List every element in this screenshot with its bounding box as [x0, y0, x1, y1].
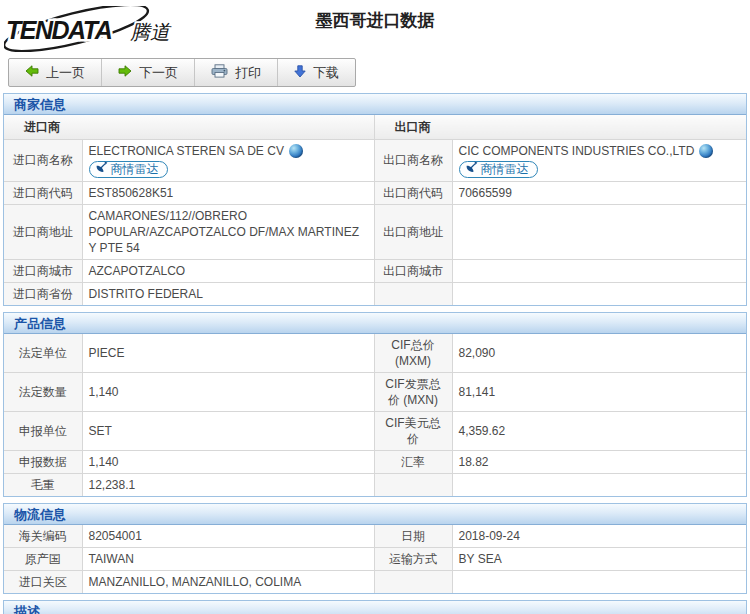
print-label: 打印	[235, 64, 261, 82]
prev-page-label: 上一页	[46, 64, 85, 82]
table-row: 法定单位 PIECE CIF总价 (MXM) 82,090	[4, 334, 746, 373]
declared-unit-value: SET	[82, 411, 374, 450]
importer-address-value: CAMARONES/112//OBRERO POPULAR/AZCAPOTZAL…	[82, 204, 374, 259]
table-row: 法定数量 1,140 CIF发票总价 (MXN) 81,141	[4, 372, 746, 411]
importer-code-value: EST850628K51	[82, 181, 374, 204]
next-page-button[interactable]: 下一页	[102, 59, 195, 86]
description-panel: 描述 产品描述 JUEGO DE REPARACION COMPATIBLE C…	[3, 600, 747, 614]
radar-badge-label: 商情雷达	[481, 161, 529, 177]
transport-mode-value: BY SEA	[452, 547, 746, 570]
logistics-info-header: 物流信息	[4, 504, 746, 525]
exchange-rate-label: 汇率	[374, 450, 452, 473]
importer-name-value: ELECTRONICA STEREN SA DE CV	[89, 143, 284, 159]
toolbar: 上一页 下一页 打印 下载	[8, 58, 356, 87]
legal-qty-label: 法定数量	[4, 372, 82, 411]
cif-total-label: CIF总价 (MXM)	[374, 334, 452, 373]
exchange-rate-value: 18.82	[452, 450, 746, 473]
exporter-address-value	[452, 204, 746, 259]
exporter-name-value: CIC COMPONENTS INDUSTRIES CO.,LTD	[459, 143, 695, 159]
exporter-city-label: 出口商城市	[374, 259, 452, 282]
table-row: 申报数据 1,140 汇率 18.82	[4, 450, 746, 473]
table-row: 申报单位 SET CIF美元总价 4,359.62	[4, 411, 746, 450]
product-info-header: 产品信息	[4, 313, 746, 334]
gross-weight-value: 12,238.1	[82, 473, 374, 496]
page-title: 墨西哥进口数据	[0, 9, 750, 32]
next-page-label: 下一页	[139, 64, 178, 82]
globe-icon[interactable]	[289, 144, 303, 158]
cif-invoice-label: CIF发票总价 (MXN)	[374, 372, 452, 411]
merchant-info-header: 商家信息	[4, 94, 746, 115]
cif-usd-value: 4,359.62	[452, 411, 746, 450]
importer-city-label: 进口商城市	[4, 259, 82, 282]
declared-unit-label: 申报单位	[4, 411, 82, 450]
merchant-info-panel: 商家信息 进口商 出口商 进口商名称 ELECTRONICA STEREN SA…	[3, 93, 747, 306]
download-label: 下载	[313, 64, 339, 82]
importer-radar-badge[interactable]: 商情雷达	[89, 161, 168, 178]
exporter-radar-badge[interactable]: 商情雷达	[459, 161, 538, 178]
logistics-info-panel: 物流信息 海关编码 82054001 日期 2018-09-24 原产国 TAI…	[3, 503, 747, 594]
logistics-info-table: 海关编码 82054001 日期 2018-09-24 原产国 TAIWAN 运…	[4, 525, 746, 593]
satellite-icon	[465, 161, 478, 177]
transport-mode-label: 运输方式	[374, 547, 452, 570]
declared-qty-value: 1,140	[82, 450, 374, 473]
empty-label-cell	[374, 570, 452, 593]
importer-column-header: 进口商	[4, 115, 374, 139]
print-button[interactable]: 打印	[195, 59, 278, 86]
empty-label-cell	[374, 282, 452, 305]
hs-code-value: 82054001	[82, 525, 374, 548]
table-row: 毛重 12,238.1	[4, 473, 746, 496]
empty-value-cell	[452, 282, 746, 305]
importer-city-value: AZCAPOTZALCO	[82, 259, 374, 282]
importer-code-label: 进口商代码	[4, 181, 82, 204]
download-button[interactable]: 下载	[278, 59, 355, 86]
globe-icon[interactable]	[699, 144, 713, 158]
exporter-code-value: 70665599	[452, 181, 746, 204]
arrow-left-icon	[25, 65, 39, 80]
product-info-table: 法定单位 PIECE CIF总价 (MXM) 82,090 法定数量 1,140…	[4, 334, 746, 496]
origin-country-value: TAIWAN	[82, 547, 374, 570]
customs-district-value: MANZANILLO, MANZANILLO, COLIMA	[82, 570, 374, 593]
arrow-down-icon	[294, 65, 306, 81]
cif-usd-label: CIF美元总价	[374, 411, 452, 450]
importer-name-cell: ELECTRONICA STEREN SA DE CV 商情雷达	[82, 139, 374, 181]
gross-weight-label: 毛重	[4, 473, 82, 496]
empty-value-cell	[452, 473, 746, 496]
exporter-city-value	[452, 259, 746, 282]
table-row: 进口商 出口商	[4, 115, 746, 139]
exporter-code-label: 出口商代码	[374, 181, 452, 204]
exporter-column-header: 出口商	[374, 115, 746, 139]
empty-label-cell	[374, 473, 452, 496]
importer-address-label: 进口商地址	[4, 204, 82, 259]
empty-value-cell	[452, 570, 746, 593]
product-info-panel: 产品信息 法定单位 PIECE CIF总价 (MXM) 82,090 法定数量 …	[3, 312, 747, 497]
importer-name-label: 进口商名称	[4, 139, 82, 181]
legal-unit-value: PIECE	[82, 334, 374, 373]
table-row: 海关编码 82054001 日期 2018-09-24	[4, 525, 746, 548]
exporter-name-label: 出口商名称	[374, 139, 452, 181]
table-row: 进口商代码 EST850628K51 出口商代码 70665599	[4, 181, 746, 204]
date-value: 2018-09-24	[452, 525, 746, 548]
table-row: 原产国 TAIWAN 运输方式 BY SEA	[4, 547, 746, 570]
legal-unit-label: 法定单位	[4, 334, 82, 373]
cif-total-value: 82,090	[452, 334, 746, 373]
exporter-address-label: 出口商地址	[374, 204, 452, 259]
hs-code-label: 海关编码	[4, 525, 82, 548]
declared-qty-label: 申报数据	[4, 450, 82, 473]
prev-page-button[interactable]: 上一页	[9, 59, 102, 86]
table-row: 进口商地址 CAMARONES/112//OBRERO POPULAR/AZCA…	[4, 204, 746, 259]
printer-icon	[211, 64, 228, 81]
legal-qty-value: 1,140	[82, 372, 374, 411]
arrow-right-icon	[118, 65, 132, 80]
page-header: TENDATA 腾道 墨西哥进口数据	[0, 0, 750, 56]
cif-invoice-value: 81,141	[452, 372, 746, 411]
table-row: 进口商城市 AZCAPOTZALCO 出口商城市	[4, 259, 746, 282]
radar-badge-label: 商情雷达	[111, 161, 159, 177]
origin-country-label: 原产国	[4, 547, 82, 570]
satellite-icon	[95, 161, 108, 177]
merchant-info-table: 进口商 出口商 进口商名称 ELECTRONICA STEREN SA DE C…	[4, 115, 746, 305]
table-row: 进口商名称 ELECTRONICA STEREN SA DE CV 商情雷达	[4, 139, 746, 181]
table-row: 进口商省份 DISTRITO FEDERAL	[4, 282, 746, 305]
table-row: 进口关区 MANZANILLO, MANZANILLO, COLIMA	[4, 570, 746, 593]
importer-province-value: DISTRITO FEDERAL	[82, 282, 374, 305]
exporter-name-cell: CIC COMPONENTS INDUSTRIES CO.,LTD 商情雷达	[452, 139, 746, 181]
